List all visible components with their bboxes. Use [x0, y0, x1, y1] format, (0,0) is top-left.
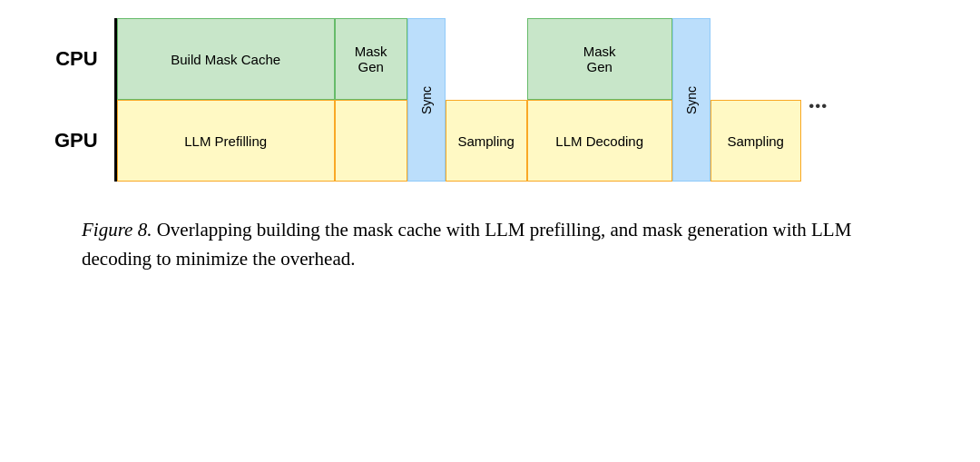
gpu-block-build-mask-cache: LLM Prefilling: [117, 100, 335, 182]
diagram-container: CPU GPU Build Mask CacheLLM PrefillingMa…: [54, 18, 926, 182]
gpu-block-sampling-1: Sampling: [446, 100, 527, 182]
segment-build-mask-cache: Build Mask CacheLLM Prefilling: [117, 18, 335, 182]
figure-caption: Figure 8. Overlapping building the mask …: [82, 216, 898, 273]
gpu-block-mask-gen-2: LLM Decoding: [527, 100, 672, 182]
sync-block: Sync: [672, 18, 710, 182]
ellipsis-dots: ...: [801, 18, 847, 182]
figure-label: Figure 8.: [82, 219, 152, 241]
sync-column-sync-2: Sync: [672, 18, 710, 182]
cpu-block-sampling-2: [710, 18, 801, 100]
caption-text: Overlapping building the mask cache with…: [82, 219, 851, 270]
sync-block: Sync: [407, 18, 446, 182]
dots-column: ...: [801, 18, 847, 182]
segment-mask-gen-1: Mask Gen: [335, 18, 407, 182]
cpu-block-mask-gen-2: Mask Gen: [527, 18, 672, 100]
segment-sampling-2: Sampling: [710, 18, 801, 182]
gpu-block-sampling-2: Sampling: [710, 100, 801, 182]
gpu-label: GPU: [54, 100, 105, 182]
cpu-block-build-mask-cache: Build Mask Cache: [117, 18, 335, 100]
cpu-block-mask-gen-1: Mask Gen: [335, 18, 407, 100]
segment-mask-gen-2: Mask GenLLM Decoding: [527, 18, 672, 182]
cpu-block-sampling-1: [446, 18, 527, 100]
cpu-label: CPU: [54, 18, 105, 100]
sync-column-sync-1: Sync: [407, 18, 446, 182]
timeline-body: Build Mask CacheLLM PrefillingMask GenSy…: [114, 18, 926, 182]
labels-column: CPU GPU: [54, 18, 114, 182]
segment-sampling-1: Sampling: [446, 18, 527, 182]
gpu-block-mask-gen-1: [335, 100, 407, 182]
timeline-area: CPU GPU Build Mask CacheLLM PrefillingMa…: [54, 18, 926, 182]
